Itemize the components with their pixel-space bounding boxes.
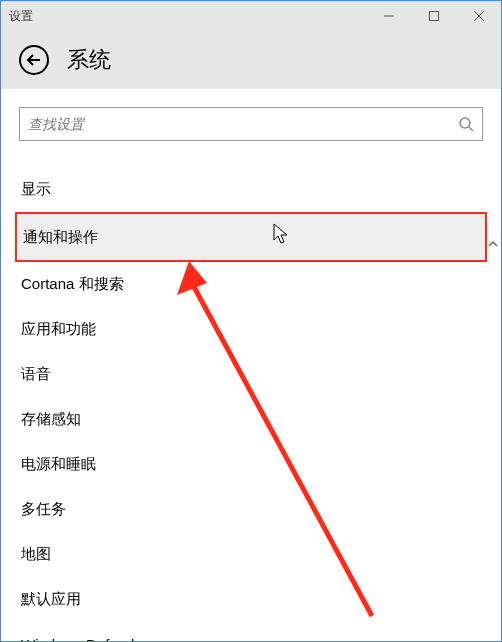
list-item-label: Windows Defender bbox=[21, 636, 148, 641]
list-item-label: 默认应用 bbox=[21, 590, 81, 609]
settings-window: 设置 系统 bbox=[0, 0, 502, 642]
close-icon bbox=[474, 11, 484, 21]
list-item-display[interactable]: 显示 bbox=[19, 167, 483, 212]
maximize-button[interactable] bbox=[411, 1, 456, 31]
back-button[interactable] bbox=[19, 45, 49, 75]
svg-rect-1 bbox=[429, 12, 438, 21]
list-item-label: 通知和操作 bbox=[23, 228, 98, 247]
window-title: 设置 bbox=[9, 8, 33, 25]
body: 显示 通知和操作 Cortana 和搜索 应用和功能 语音 存储感知 电源和睡眠… bbox=[1, 89, 501, 641]
list-item-label: 应用和功能 bbox=[21, 320, 96, 339]
list-item-label: 语音 bbox=[21, 365, 51, 384]
window-controls bbox=[366, 1, 501, 31]
list-item-label: 电源和睡眠 bbox=[21, 455, 96, 474]
minimize-icon bbox=[384, 11, 394, 21]
maximize-icon bbox=[429, 11, 439, 21]
list-item-label: 多任务 bbox=[21, 500, 66, 519]
list-item-defender[interactable]: Windows Defender bbox=[19, 622, 483, 641]
page-title: 系统 bbox=[67, 45, 111, 75]
list-item-cortana[interactable]: Cortana 和搜索 bbox=[19, 262, 483, 307]
list-item-storage[interactable]: 存储感知 bbox=[19, 397, 483, 442]
close-button[interactable] bbox=[456, 1, 501, 31]
scrollbar[interactable] bbox=[487, 237, 499, 641]
settings-list-wrap: 显示 通知和操作 Cortana 和搜索 应用和功能 语音 存储感知 电源和睡眠… bbox=[19, 167, 483, 641]
header: 系统 bbox=[1, 31, 501, 89]
list-item-maps[interactable]: 地图 bbox=[19, 532, 483, 577]
list-item-speech[interactable]: 语音 bbox=[19, 352, 483, 397]
list-item-multitask[interactable]: 多任务 bbox=[19, 487, 483, 532]
scroll-up-icon[interactable] bbox=[487, 237, 499, 251]
list-item-power[interactable]: 电源和睡眠 bbox=[19, 442, 483, 487]
titlebar: 设置 bbox=[1, 1, 501, 31]
back-arrow-icon bbox=[26, 52, 42, 68]
list-item-apps[interactable]: 应用和功能 bbox=[19, 307, 483, 352]
settings-list: 显示 通知和操作 Cortana 和搜索 应用和功能 语音 存储感知 电源和睡眠… bbox=[19, 167, 483, 641]
list-item-label: 地图 bbox=[21, 545, 51, 564]
search-icon bbox=[458, 116, 474, 132]
list-item-label: Cortana 和搜索 bbox=[21, 275, 124, 294]
search-box[interactable] bbox=[19, 107, 483, 141]
list-item-label: 显示 bbox=[21, 180, 51, 199]
list-item-label: 存储感知 bbox=[21, 410, 81, 429]
svg-point-5 bbox=[460, 118, 470, 128]
list-item-notifications[interactable]: 通知和操作 bbox=[15, 212, 487, 262]
list-item-default-apps[interactable]: 默认应用 bbox=[19, 577, 483, 622]
minimize-button[interactable] bbox=[366, 1, 411, 31]
search-input[interactable] bbox=[28, 116, 458, 132]
svg-line-6 bbox=[469, 127, 473, 131]
